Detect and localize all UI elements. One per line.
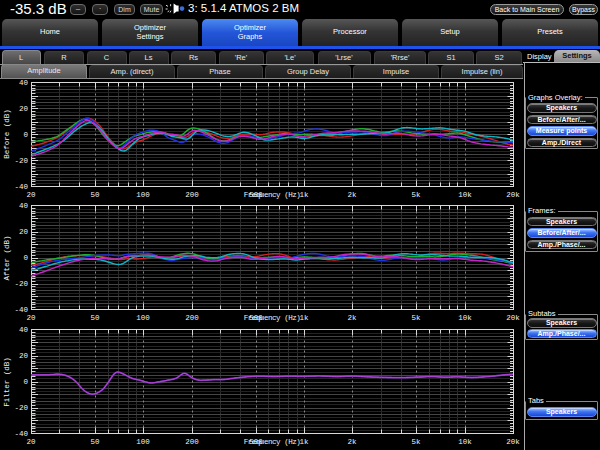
svg-text:0: 0 (23, 131, 28, 139)
svg-text:-40: -40 (14, 183, 28, 191)
svg-text:200: 200 (185, 438, 199, 446)
svg-text:20: 20 (19, 228, 29, 236)
svg-text:20k: 20k (506, 438, 520, 446)
svg-text:200: 200 (185, 314, 199, 322)
svg-text:Filter (dB): Filter (dB) (3, 357, 11, 407)
svg-text:10k: 10k (458, 191, 472, 199)
svg-text:20: 20 (26, 438, 36, 446)
svg-text:1k: 1k (299, 191, 309, 199)
svg-text:2k: 2k (347, 191, 357, 199)
svg-text:20: 20 (19, 352, 29, 360)
svg-text:20: 20 (19, 105, 29, 113)
svg-text:-40: -40 (14, 430, 28, 438)
svg-text:20k: 20k (506, 314, 520, 322)
svg-text:5k: 5k (411, 438, 421, 446)
svg-text:2k: 2k (347, 314, 357, 322)
svg-text:50: 50 (90, 314, 100, 322)
svg-text:40: 40 (19, 202, 29, 210)
svg-text:Frequency (Hz): Frequency (Hz) (244, 314, 301, 322)
svg-text:10k: 10k (458, 314, 472, 322)
svg-text:Before (dB): Before (dB) (3, 109, 11, 159)
svg-text:1k: 1k (299, 314, 309, 322)
svg-text:10k: 10k (458, 438, 472, 446)
svg-text:After (dB): After (dB) (3, 235, 11, 280)
svg-text:200: 200 (185, 191, 199, 199)
svg-text:0: 0 (23, 378, 28, 386)
svg-text:-20: -20 (14, 157, 28, 165)
svg-text:1k: 1k (299, 438, 309, 446)
svg-text:2k: 2k (347, 438, 357, 446)
svg-text:100: 100 (136, 314, 150, 322)
svg-text:Frequency (Hz): Frequency (Hz) (244, 438, 301, 446)
svg-text:100: 100 (136, 191, 150, 199)
svg-text:0: 0 (23, 254, 28, 262)
svg-text:-20: -20 (14, 404, 28, 412)
svg-text:-20: -20 (14, 280, 28, 288)
svg-text:-40: -40 (14, 306, 28, 314)
svg-text:20k: 20k (506, 191, 520, 199)
svg-text:40: 40 (19, 79, 29, 87)
svg-text:100: 100 (136, 438, 150, 446)
svg-text:40: 40 (19, 326, 29, 334)
svg-text:20: 20 (26, 191, 36, 199)
svg-text:5k: 5k (411, 191, 421, 199)
svg-text:50: 50 (90, 438, 100, 446)
svg-text:5k: 5k (411, 314, 421, 322)
svg-text:50: 50 (90, 191, 100, 199)
svg-text:Frequency (Hz): Frequency (Hz) (244, 191, 301, 199)
svg-text:20: 20 (26, 314, 36, 322)
